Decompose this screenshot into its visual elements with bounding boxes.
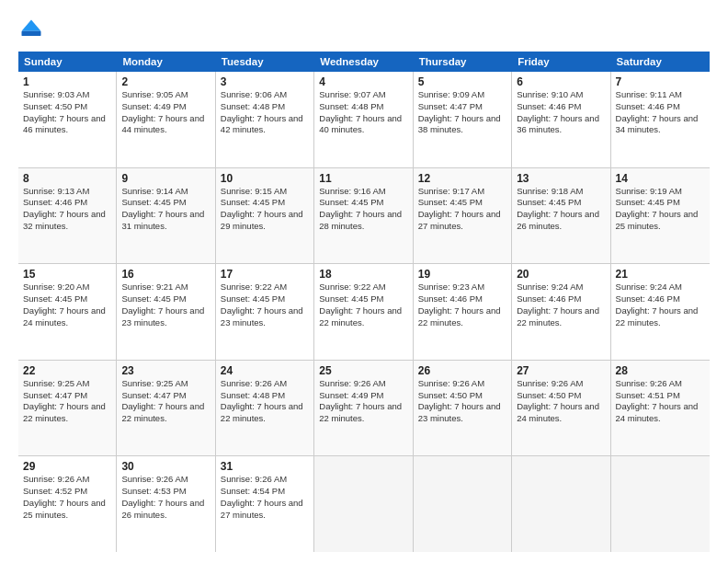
sunset-text: Sunset: 4:50 PM: [418, 390, 506, 402]
sunrise-text: Sunrise: 9:26 AM: [121, 474, 210, 486]
sunset-text: Sunset: 4:48 PM: [319, 101, 407, 113]
day-number: 6: [517, 75, 605, 88]
calendar-cell: 14Sunrise: 9:19 AMSunset: 4:45 PMDayligh…: [611, 168, 710, 264]
sunrise-text: Sunrise: 9:26 AM: [23, 474, 111, 486]
sunset-text: Sunset: 4:46 PM: [616, 293, 705, 305]
calendar-cell: 30Sunrise: 9:26 AMSunset: 4:53 PMDayligh…: [117, 456, 215, 552]
sunset-text: Sunset: 4:54 PM: [221, 486, 309, 498]
sunrise-text: Sunrise: 9:05 AM: [121, 89, 210, 101]
sunset-text: Sunset: 4:46 PM: [418, 293, 506, 305]
daylight-text: Daylight: 7 hours and 23 minutes.: [221, 305, 309, 329]
sunrise-text: Sunrise: 9:16 AM: [319, 186, 407, 198]
daylight-text: Daylight: 7 hours and 22 minutes.: [418, 305, 506, 329]
daylight-text: Daylight: 7 hours and 31 minutes.: [121, 209, 210, 233]
calendar-cell: 17Sunrise: 9:22 AMSunset: 4:45 PMDayligh…: [216, 264, 314, 360]
calendar-row: 15Sunrise: 9:20 AMSunset: 4:45 PMDayligh…: [18, 264, 710, 361]
calendar-cell-empty: [314, 456, 413, 552]
calendar-cell: 27Sunrise: 9:26 AMSunset: 4:50 PMDayligh…: [512, 361, 610, 456]
calendar-cell: 2Sunrise: 9:05 AMSunset: 4:49 PMDaylight…: [117, 72, 215, 167]
daylight-text: Daylight: 7 hours and 27 minutes.: [221, 498, 309, 522]
calendar-header-cell: Tuesday: [216, 52, 314, 72]
sunrise-text: Sunrise: 9:13 AM: [23, 186, 111, 198]
sunrise-text: Sunrise: 9:26 AM: [517, 378, 605, 390]
daylight-text: Daylight: 7 hours and 24 minutes.: [23, 305, 111, 329]
sunset-text: Sunset: 4:46 PM: [23, 197, 111, 209]
day-number: 30: [121, 460, 210, 473]
daylight-text: Daylight: 7 hours and 22 minutes.: [221, 401, 309, 425]
day-number: 7: [616, 75, 705, 88]
sunrise-text: Sunrise: 9:15 AM: [221, 186, 309, 198]
sunset-text: Sunset: 4:49 PM: [121, 101, 210, 113]
sunset-text: Sunset: 4:46 PM: [616, 101, 705, 113]
logo: [18, 17, 48, 42]
sunset-text: Sunset: 4:46 PM: [517, 101, 605, 113]
sunset-text: Sunset: 4:51 PM: [616, 390, 705, 402]
sunrise-text: Sunrise: 9:14 AM: [121, 186, 210, 198]
calendar-cell: 3Sunrise: 9:06 AMSunset: 4:48 PMDaylight…: [216, 72, 314, 167]
daylight-text: Daylight: 7 hours and 22 minutes.: [616, 305, 705, 329]
sunrise-text: Sunrise: 9:07 AM: [319, 89, 407, 101]
day-number: 9: [121, 172, 210, 185]
calendar-cell: 19Sunrise: 9:23 AMSunset: 4:46 PMDayligh…: [414, 264, 512, 360]
calendar-cell: 22Sunrise: 9:25 AMSunset: 4:47 PMDayligh…: [18, 361, 117, 456]
day-number: 31: [221, 460, 309, 473]
daylight-text: Daylight: 7 hours and 22 minutes.: [319, 401, 407, 425]
calendar-cell: 1Sunrise: 9:03 AMSunset: 4:50 PMDaylight…: [18, 72, 117, 167]
sunset-text: Sunset: 4:45 PM: [121, 197, 210, 209]
day-number: 22: [23, 364, 111, 377]
sunset-text: Sunset: 4:52 PM: [23, 486, 111, 498]
day-number: 29: [23, 460, 111, 473]
calendar-row: 22Sunrise: 9:25 AMSunset: 4:47 PMDayligh…: [18, 361, 710, 457]
sunrise-text: Sunrise: 9:17 AM: [418, 186, 506, 198]
daylight-text: Daylight: 7 hours and 24 minutes.: [517, 401, 605, 425]
sunset-text: Sunset: 4:45 PM: [221, 293, 309, 305]
day-number: 25: [319, 364, 407, 377]
calendar-cell: 24Sunrise: 9:26 AMSunset: 4:48 PMDayligh…: [216, 361, 314, 456]
sunset-text: Sunset: 4:48 PM: [221, 390, 309, 402]
calendar-cell: 15Sunrise: 9:20 AMSunset: 4:45 PMDayligh…: [18, 264, 117, 360]
sunset-text: Sunset: 4:48 PM: [221, 101, 309, 113]
daylight-text: Daylight: 7 hours and 22 minutes.: [121, 401, 210, 425]
daylight-text: Daylight: 7 hours and 25 minutes.: [23, 498, 111, 522]
sunrise-text: Sunrise: 9:21 AM: [121, 282, 210, 293]
calendar-cell: 8Sunrise: 9:13 AMSunset: 4:46 PMDaylight…: [18, 168, 117, 264]
daylight-text: Daylight: 7 hours and 26 minutes.: [517, 209, 605, 233]
day-number: 26: [418, 364, 506, 377]
sunrise-text: Sunrise: 9:22 AM: [319, 282, 407, 293]
calendar-cell: 12Sunrise: 9:17 AMSunset: 4:45 PMDayligh…: [414, 168, 512, 264]
sunset-text: Sunset: 4:53 PM: [121, 486, 210, 498]
daylight-text: Daylight: 7 hours and 26 minutes.: [121, 498, 210, 522]
sunrise-text: Sunrise: 9:24 AM: [616, 282, 705, 293]
calendar-cell: 9Sunrise: 9:14 AMSunset: 4:45 PMDaylight…: [117, 168, 215, 264]
sunset-text: Sunset: 4:45 PM: [517, 197, 605, 209]
daylight-text: Daylight: 7 hours and 46 minutes.: [23, 113, 111, 137]
sunset-text: Sunset: 4:47 PM: [121, 390, 210, 402]
calendar-header-cell: Saturday: [611, 52, 710, 72]
day-number: 11: [319, 172, 407, 185]
day-number: 16: [121, 268, 210, 281]
day-number: 2: [121, 75, 210, 88]
sunrise-text: Sunrise: 9:24 AM: [517, 282, 605, 293]
svg-marker-0: [22, 20, 41, 31]
daylight-text: Daylight: 7 hours and 34 minutes.: [616, 113, 705, 137]
day-number: 24: [221, 364, 309, 377]
sunrise-text: Sunrise: 9:03 AM: [23, 89, 111, 101]
calendar-header-cell: Thursday: [414, 52, 512, 72]
sunrise-text: Sunrise: 9:26 AM: [616, 378, 705, 390]
calendar-cell: 31Sunrise: 9:26 AMSunset: 4:54 PMDayligh…: [216, 456, 314, 552]
page: SundayMondayTuesdayWednesdayThursdayFrid…: [0, 0, 728, 563]
daylight-text: Daylight: 7 hours and 29 minutes.: [221, 209, 309, 233]
day-number: 17: [221, 268, 309, 281]
daylight-text: Daylight: 7 hours and 44 minutes.: [121, 113, 210, 137]
daylight-text: Daylight: 7 hours and 36 minutes.: [517, 113, 605, 137]
daylight-text: Daylight: 7 hours and 25 minutes.: [616, 209, 705, 233]
daylight-text: Daylight: 7 hours and 22 minutes.: [23, 401, 111, 425]
sunrise-text: Sunrise: 9:10 AM: [517, 89, 605, 101]
calendar-cell: 25Sunrise: 9:26 AMSunset: 4:49 PMDayligh…: [314, 361, 413, 456]
calendar-header: SundayMondayTuesdayWednesdayThursdayFrid…: [18, 52, 710, 72]
day-number: 28: [616, 364, 705, 377]
calendar-cell: 11Sunrise: 9:16 AMSunset: 4:45 PMDayligh…: [314, 168, 413, 264]
sunset-text: Sunset: 4:47 PM: [23, 390, 111, 402]
day-number: 8: [23, 172, 111, 185]
calendar-cell: 13Sunrise: 9:18 AMSunset: 4:45 PMDayligh…: [512, 168, 610, 264]
